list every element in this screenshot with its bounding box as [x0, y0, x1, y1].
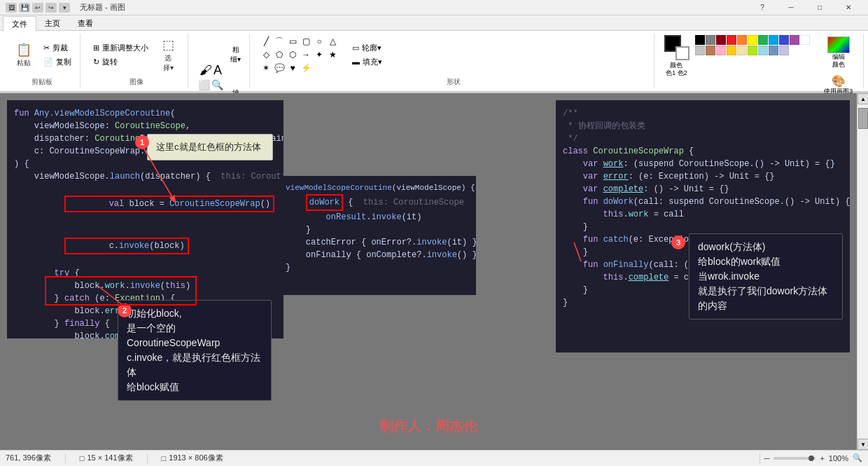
code-container: fun Any.viewModelScopeCoroutine( viewMod… — [7, 100, 850, 443]
swatch-black[interactable] — [695, 35, 705, 45]
main-area: fun Any.viewModelScopeCoroutine( viewMod… — [0, 93, 868, 450]
swatch-lightblue[interactable] — [758, 46, 768, 55]
text-icon[interactable]: A — [214, 63, 222, 78]
shape-star4[interactable]: ✦ — [313, 48, 326, 61]
swatch-indigo[interactable] — [779, 35, 789, 45]
scroll-track[interactable] — [858, 104, 868, 439]
swatch-lightgray[interactable] — [695, 46, 705, 55]
redo-icon[interactable]: ↪ — [46, 3, 57, 13]
title-bar-left: 🖼 💾 ↩ ↪ ▾ 无标题 - 画图 — [6, 2, 125, 13]
outline-icon: ▭ — [352, 43, 359, 53]
position-value: 761, 396像素 — [6, 453, 51, 463]
zoom-slider[interactable] — [774, 457, 816, 460]
save-icon[interactable]: 💾 — [19, 3, 30, 13]
shape-ellipse[interactable]: ○ — [313, 35, 326, 48]
zoom-icon[interactable]: 🔍 — [853, 453, 862, 462]
shape-callout[interactable]: 💬 — [273, 62, 286, 74]
right-line-12: } — [563, 221, 843, 233]
code-line-9: c.invoke(block) — [14, 225, 276, 267]
paste-button[interactable]: 📋 粘贴 — [10, 34, 38, 76]
shape-diamond[interactable]: ◇ — [260, 48, 272, 61]
size2-icon: □ — [162, 454, 167, 462]
shape-roundrect[interactable]: ▢ — [300, 35, 312, 48]
magnify-icon[interactable]: 🔍 — [211, 79, 223, 90]
eraser-icon[interactable]: ⬜ — [198, 79, 210, 90]
shape-heart[interactable]: ♥ — [286, 62, 299, 74]
zoom-thumb[interactable] — [808, 455, 814, 461]
swatch-purple[interactable] — [790, 35, 799, 45]
shape-lightning[interactable]: ⚡ — [300, 62, 312, 74]
undo-icon[interactable]: ↩ — [32, 3, 43, 13]
swatch-lime[interactable] — [748, 46, 757, 55]
ribbon: 文件 主页 查看 📋 粘贴 ✂ 剪裁 📄 复制 — [0, 15, 868, 93]
divider-1 — [65, 453, 66, 463]
code-line-11: block.work.invoke(this) — [14, 280, 276, 292]
swatch-gray[interactable] — [706, 35, 715, 45]
swatch-yellow[interactable] — [748, 35, 757, 45]
zoom-out-icon[interactable]: ─ — [764, 454, 770, 462]
color2-swatch[interactable] — [676, 46, 690, 60]
help-button[interactable]: ? — [748, 0, 776, 15]
shapes-group: ╱ ⌒ ▭ ▢ ○ △ ◇ ⬠ ⬡ → ✦ ★ ✶ 💬 ♥ ⚡ — [254, 34, 654, 88]
right-line-6: var work: (suspend CoroutineScope.() -> … — [563, 158, 843, 170]
swatch-blue[interactable] — [769, 35, 778, 45]
swatch-green[interactable] — [758, 35, 768, 45]
divider-2 — [147, 453, 148, 463]
resize-button[interactable]: ⊞ 重新调整大小 — [90, 41, 151, 54]
scroll-up-button[interactable]: ▲ — [858, 93, 868, 104]
tooltip-1: 这里c就是红色框的方法体 — [147, 134, 273, 160]
size1-icon: □ — [80, 454, 85, 462]
shape-triangle[interactable]: △ — [326, 35, 339, 48]
tab-home[interactable]: 主页 — [36, 15, 69, 31]
fill-shape-button[interactable]: ▬ 填充▾ — [349, 55, 385, 68]
right-line-10: fun doWork(call: suspend CoroutineScope.… — [563, 196, 843, 208]
swatch-gold[interactable] — [727, 46, 736, 55]
edit-color-button[interactable]: 编辑颜色 — [820, 35, 858, 70]
swatch-cream[interactable] — [737, 46, 747, 55]
swatch-lavender[interactable] — [779, 46, 789, 55]
circle-1: 1 — [135, 135, 149, 149]
shape-pentagon[interactable]: ⬠ — [273, 48, 286, 61]
shape-line[interactable]: ╱ — [260, 35, 272, 48]
swatch-orange[interactable] — [737, 35, 747, 45]
select-icon: ⬚ — [160, 36, 176, 53]
rotate-button[interactable]: ↻ 旋转 — [90, 55, 151, 68]
shape-arrow[interactable]: → — [300, 48, 312, 61]
outline-button[interactable]: ▭ 轮廓▾ — [349, 41, 385, 54]
canvas-area[interactable]: fun Any.viewModelScopeCoroutine( viewMod… — [0, 93, 857, 450]
shape-star6[interactable]: ✶ — [260, 62, 272, 74]
copy-button[interactable]: 📄 复制 — [41, 55, 74, 68]
edit-color-label: 编辑颜色 — [832, 53, 845, 69]
dropdown-icon[interactable]: ▾ — [59, 3, 70, 13]
swatch-brown[interactable] — [706, 46, 715, 55]
select-button[interactable]: ⬚ 选择▾ — [154, 34, 182, 76]
right-line-8: var complete: () -> Unit = {} — [563, 183, 843, 196]
minimize-button[interactable]: ─ — [777, 0, 805, 15]
scroll-down-button[interactable]: ▼ — [858, 439, 868, 450]
swatch-darkred[interactable] — [716, 35, 726, 45]
brush-icon[interactable]: 🖌 — [200, 63, 212, 78]
shape-star5[interactable]: ★ — [326, 48, 339, 61]
size-button[interactable]: 粗 细▾ — [227, 34, 244, 76]
watermark: 制作人：周杰伦 — [379, 417, 477, 436]
maximize-button[interactable]: □ — [806, 0, 834, 15]
title-text: 无标题 - 画图 — [80, 2, 125, 13]
close-button[interactable]: ✕ — [834, 0, 862, 15]
swatch-pink[interactable] — [716, 46, 726, 55]
swatch-red[interactable] — [727, 35, 736, 45]
vertical-scrollbar[interactable]: ▲ ▼ — [857, 93, 868, 450]
shape-curve[interactable]: ⌒ — [273, 35, 286, 48]
tab-view[interactable]: 查看 — [69, 15, 102, 31]
shape-hex[interactable]: ⬡ — [286, 48, 299, 61]
swatch-cornflower[interactable] — [769, 46, 778, 55]
shapes-grid: ╱ ⌒ ▭ ▢ ○ △ ◇ ⬠ ⬡ → ✦ ★ ✶ 💬 ♥ ⚡ — [260, 35, 344, 74]
tab-file[interactable]: 文件 — [3, 16, 36, 32]
zoom-in-icon[interactable]: + — [820, 454, 824, 462]
swatch-white[interactable] — [800, 35, 810, 45]
color-gradient-icon — [827, 36, 850, 53]
scroll-thumb[interactable] — [858, 108, 868, 129]
shape-rect[interactable]: ▭ — [286, 35, 299, 48]
tooltip-3: dowork(方法体) 给block的work赋值 当wrok.invoke 就… — [689, 233, 843, 320]
paste-icon: 📋 — [15, 41, 32, 58]
cut-button[interactable]: ✂ 剪裁 — [41, 41, 74, 54]
